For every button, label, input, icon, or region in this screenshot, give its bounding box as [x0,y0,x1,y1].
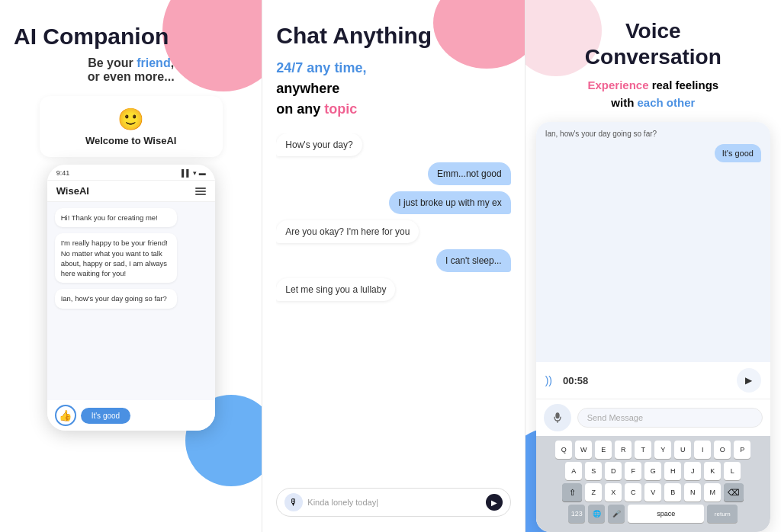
kb-m[interactable]: M [704,483,721,502]
voice-input-row: Send Message [536,399,770,436]
kb-row-2: A S D F G H J K L [539,462,767,480]
p2-msg-1: How's your day? [276,133,362,156]
panel3-subtitle: Experience real feelingswith each other [536,77,770,111]
phone-chat-body: Hi! Thank you for creating me! I'm reall… [47,202,215,400]
panel2-title: Chat Anything [276,23,510,49]
kb-123[interactable]: 123 [568,505,585,523]
subtitle-onany: on any [276,101,324,117]
kb-w[interactable]: W [575,441,592,459]
panel-ai-companion: AI Companion Be your friend,or even more… [0,0,262,532]
kb-mic-icon[interactable]: 🎤 [608,505,625,523]
kb-z[interactable]: Z [585,483,602,502]
svg-point-0 [555,412,559,418]
panel1-title: AI Companion [14,23,248,50]
chat-area-2: How's your day? Emm...not good I just br… [276,133,510,482]
kb-v[interactable]: V [644,483,661,502]
kb-o[interactable]: O [714,441,731,459]
p2-input-text[interactable]: Kinda lonely today| [307,498,485,507]
chat-msg-2: I'm really happy to be your friend! No m… [55,233,177,283]
panel3-title: VoiceConversation [536,18,770,69]
kb-row-4: 123 🌐 🎤 space return [539,505,767,523]
kb-u[interactable]: U [674,441,691,459]
kb-return[interactable]: return [707,505,738,523]
chat-msg-1: Hi! Thank you for creating me! [55,208,177,227]
kb-r[interactable]: R [615,441,632,459]
voice-phone-mockup: Ian, how's your day going so far? It's g… [536,122,770,532]
voice-play-row: )) 00:58 ▶ [536,362,770,399]
phone-status-bar: 9:41 ▌▌ ▾ ▬ [47,165,215,181]
send-button[interactable]: ▶ [486,494,503,511]
subtitle-247: 24/7 any time, [276,60,366,75]
panel1-subtitle: Be your friend,or even more... [88,56,175,84]
kb-x[interactable]: X [605,483,622,502]
p2-msg-4: Are you okay? I'm here for you [276,220,419,243]
kb-e[interactable]: E [595,441,612,459]
phone-app-name: WiseAI [56,185,89,197]
voice-timer: 00:58 [563,375,588,386]
chat-msg-3: Ian, how's your day going so far? [55,289,177,308]
hamburger-menu-icon[interactable] [195,187,206,195]
voice-msg-1: Ian, how's your day going so far? [545,130,761,138]
panel-voice-conversation: VoiceConversation Experience real feelin… [525,0,781,532]
voice-mic-icon[interactable] [544,404,571,431]
phone-bottom-bar: 👍 It's good [47,400,215,431]
kb-f[interactable]: F [625,462,641,480]
kb-d[interactable]: D [605,462,622,480]
voice-chat-area: Ian, how's your day going so far? It's g… [536,122,770,362]
kb-space[interactable]: space [628,505,704,523]
p2-msg-2: Emm...not good [428,162,511,185]
voice-input-field[interactable]: Send Message [577,408,763,428]
phone-header: WiseAI [47,181,215,202]
phone-time: 9:41 [56,169,70,177]
panel-chat-anything: Chat Anything 24/7 any time, anywhere on… [262,0,524,532]
thumbsup-icon[interactable]: 👍 [55,405,76,426]
voice-waves-icon: )) [545,374,552,386]
subtitle-anywhere: anywhere [276,81,339,96]
reply-bubble: It's good [81,408,131,424]
kb-row-1: Q W E R T Y U I O P [539,441,767,459]
kb-k[interactable]: K [704,462,721,480]
p2-msg-6: Let me sing you a lullaby [276,278,395,301]
subtitle-text: Be your [88,56,137,69]
kb-y[interactable]: Y [654,441,671,459]
kb-p[interactable]: P [734,441,750,459]
welcome-text: Welcome to WiseAI [52,135,211,146]
welcome-card: 🙂 Welcome to WiseAI [40,96,223,157]
phone-mockup-1: 9:41 ▌▌ ▾ ▬ WiseAI Hi! Thank you for cre… [47,165,215,431]
kb-h[interactable]: H [664,462,681,480]
subtitle-topic: topic [324,101,357,117]
kb-shift-icon[interactable]: ⇧ [562,483,582,502]
kb-b[interactable]: B [664,483,681,502]
kb-g[interactable]: G [644,462,661,480]
kb-i[interactable]: I [694,441,711,459]
welcome-icon: 🙂 [52,107,211,132]
subtitle-each-other: each other [637,96,695,109]
kb-globe-icon[interactable]: 🌐 [588,505,605,523]
kb-j[interactable]: J [684,462,701,480]
p2-msg-5: I can't sleep... [436,249,511,272]
kb-row-3: ⇧ Z X C V B N M ⌫ [539,483,767,502]
subtitle-experience: Experience [587,79,648,91]
keyboard-area: Q W E R T Y U I O P A S D F G H J K L [536,436,770,532]
kb-s[interactable]: S [585,462,602,480]
phone-signal: ▌▌ ▾ ▬ [182,169,206,177]
voice-msg-2: It's good [715,144,761,162]
p2-input-bar[interactable]: 🎙 Kinda lonely today| ▶ [276,488,510,517]
kb-n[interactable]: N [684,483,701,502]
kb-t[interactable]: T [635,441,651,459]
subtitle-friend: friend [137,56,170,69]
p2-msg-3: I just broke up with my ex [389,191,510,214]
kb-c[interactable]: C [625,483,641,502]
voice-icon[interactable]: 🎙 [284,493,303,511]
kb-delete-icon[interactable]: ⌫ [724,483,744,502]
kb-a[interactable]: A [565,462,582,480]
kb-l[interactable]: L [724,462,741,480]
play-button[interactable]: ▶ [737,368,761,393]
panel2-subtitle: 24/7 any time, anywhere on any topic [276,58,510,120]
kb-q[interactable]: Q [555,441,572,459]
